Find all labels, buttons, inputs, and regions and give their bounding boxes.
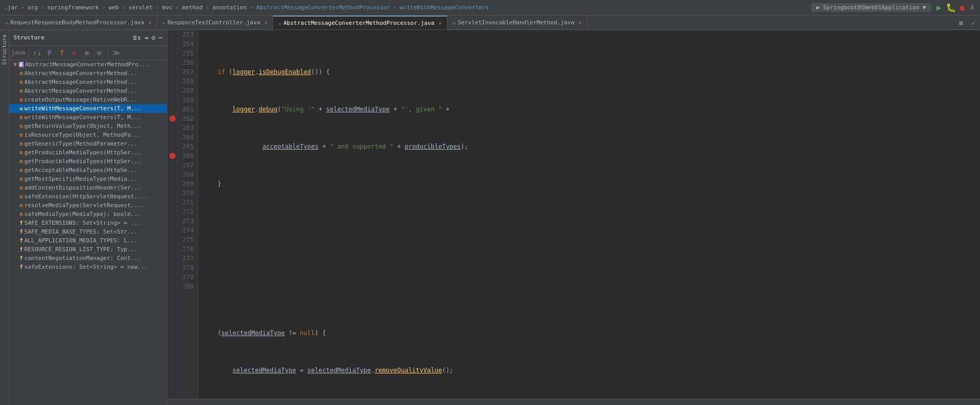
list-item[interactable]: m getProducibleMediaTypes(HttpSer... (9, 148, 167, 157)
tree-item-label: AbstractMessageConverterMethod... (24, 70, 138, 77)
translate-icon[interactable]: Ａ (969, 3, 976, 12)
close-btn[interactable]: ✕ (69, 48, 80, 58)
tab-abstract-message[interactable]: ☕ AbstractMessageConverterMethodProcesso… (273, 16, 447, 30)
selected-badge: w (20, 106, 23, 111)
nav-mvc[interactable]: mvc (162, 4, 172, 11)
list-item[interactable]: m getReturnValueType(Object, Meth... (9, 122, 167, 131)
collapse-btn[interactable]: ⊖ (94, 48, 105, 58)
editor-tabs: ☕ RequestResponseBodyMethodProcessor.jav… (0, 16, 980, 30)
expand-tabs-button[interactable]: ≡ (955, 16, 967, 30)
check-icon: ✓ (968, 16, 980, 30)
sort-icon[interactable]: ≡↕ (133, 34, 141, 41)
tree-root[interactable]: ▼ A AbstractMessageConverterMethodPro... (9, 60, 167, 69)
tree-item-label: safeMediaType(MediaType): boole... (24, 211, 141, 218)
sidebar: Structure ≡↕ ⇥ ⚙ − java ↑↓ P f ✕ ⊕ ⊖ ≫ ▼ (9, 30, 167, 405)
tree-item-label: getAcceptableMediaTypes(HttpSe... (24, 167, 138, 173)
tree-item-label: getProducibleMediaTypes(HttpSer... (24, 158, 141, 165)
tab-close[interactable]: ✕ (439, 20, 442, 26)
sidebar-tree: ▼ A AbstractMessageConverterMethodPro...… (9, 60, 167, 405)
list-item[interactable]: m createOutputMessage(NativeWebR... (9, 95, 167, 104)
list-item[interactable]: m AbstractMessageConverterMethod... (9, 86, 167, 95)
lang-label: java (11, 49, 25, 56)
code-line-255: acceptableTypes + " and supported " + pr… (203, 142, 976, 151)
tab-close[interactable]: ✕ (264, 20, 267, 25)
list-item[interactable]: m writeWithMessageConverters(T, M... (9, 113, 167, 122)
code-line-260: (selectedMediaType != null) { (203, 328, 976, 338)
add-btn[interactable]: ↑↓ (32, 48, 42, 58)
list-item[interactable]: m AbstractMessageConverterMethod... (9, 69, 167, 78)
more-btn[interactable]: ≫ (111, 48, 122, 58)
tree-item-label: createOutputMessage(NativeWebR... (24, 96, 138, 103)
toolbar-separator (28, 49, 29, 57)
list-item[interactable]: m AbstractMessageConverterMethod... (9, 78, 167, 86)
list-item[interactable]: f safeExtensions: Set<String> = new... (9, 263, 167, 271)
breadcrumb-bar: .jar › org › springframework › web › ser… (0, 0, 980, 16)
nav-servlet[interactable]: servlet (128, 4, 152, 11)
list-item[interactable]: m safeMediaType(MediaType): boole... (9, 210, 167, 219)
tree-item-label: safeExtension(HttpServletRequest,... (24, 193, 148, 200)
sidebar-toolbar: java ↑↓ P f ✕ ⊕ ⊖ ≫ (9, 46, 167, 60)
nav-org[interactable]: org (27, 4, 38, 11)
code-line-261: selectedMediaType = selectedMediaType.re… (203, 366, 976, 375)
breakpoint-266[interactable] (169, 153, 176, 159)
collapse-icon[interactable]: ⇥ (145, 34, 149, 41)
class-badge: A (19, 62, 24, 67)
tree-item-label: AbstractMessageConverterMethod... (24, 88, 138, 94)
code-editor: 253 254 255 256 257 258 259 260 261 262 … (167, 30, 980, 405)
tree-item-label: ALL_APPLICATION_MEDIA_TYPES: L... (24, 237, 138, 244)
code-area: 253 254 255 256 257 258 259 260 261 262 … (167, 30, 980, 399)
nav-class[interactable]: AbstractMessageConverterMethodProcessor (256, 4, 390, 11)
java-icon: ☕ (5, 20, 8, 25)
list-item[interactable]: m addContentDispositionHeader(Ser... (9, 183, 167, 192)
tree-item-label: SAFE_EXTENSIONS: Set<String> = ... (24, 220, 141, 226)
list-item[interactable]: f contentNegotiationManager: Cont... (9, 254, 167, 263)
list-item[interactable]: m getProducibleMediaTypes(HttpSer... (9, 157, 167, 166)
nav-method[interactable]: method (182, 4, 203, 11)
java-icon: ☕ (453, 20, 456, 25)
list-item[interactable]: f SAFE_EXTENSIONS: Set<String> = ... (9, 219, 167, 227)
expand-arrow: ▼ (13, 61, 17, 68)
code-line-253: if (logger.isDebugEnabled()) { (203, 67, 976, 77)
list-item[interactable]: m getMostSpecificMediaType(Media... (9, 175, 167, 183)
nav-annotation[interactable]: annotation (212, 4, 247, 11)
tab-servlet-invocable[interactable]: ☕ ServletInvocableHandlerMethod.java ✕ (448, 16, 587, 30)
list-item[interactable]: m resolveMediaType(ServletRequest,... (9, 201, 167, 210)
nav-web[interactable]: web (109, 4, 119, 11)
list-item[interactable]: f ALL_APPLICATION_MEDIA_TYPES: L... (9, 236, 167, 245)
toolbar-separator-2 (108, 49, 108, 57)
info-btn[interactable]: f (57, 48, 67, 58)
breakpoint-262[interactable] (169, 115, 176, 122)
run-config[interactable]: ▶ Springboot05Web01Application ▼ (811, 3, 931, 12)
filter-btn[interactable]: P (45, 48, 55, 58)
tab-close[interactable]: ✕ (148, 20, 151, 25)
list-item[interactable]: m safeExtension(HttpServletRequest,... (9, 192, 167, 201)
stop-button[interactable]: ■ (960, 4, 964, 12)
tree-item-label: RESOURCE_REGION_LIST_TYPE: Typ... (24, 246, 138, 253)
settings-icon[interactable]: ⚙ (151, 34, 155, 41)
list-item[interactable]: m isResourceType(Object, MethodPa... (9, 131, 167, 139)
nav-jar[interactable]: .jar (4, 4, 18, 11)
debug-button[interactable]: 🐛 (946, 3, 956, 12)
list-item[interactable]: f RESOURCE_REGION_LIST_TYPE: Typ... (9, 245, 167, 254)
tab-responce-test[interactable]: ☕ ResponceTestController.java ✕ (157, 16, 273, 30)
expand-btn[interactable]: ⊕ (82, 48, 92, 58)
tree-item-label: isResourceType(Object, MethodPa... (24, 132, 141, 138)
tree-item-selected[interactable]: w writeWithMessageConverters(T, M... (9, 104, 167, 113)
tab-close[interactable]: ✕ (579, 20, 582, 25)
nav-method[interactable]: writeWithMessageConverters (400, 4, 489, 11)
code-lines: if (logger.isDebugEnabled()) { logger.de… (198, 30, 980, 399)
close-sidebar-icon[interactable]: − (158, 34, 163, 41)
code-line-254: logger.debug("Using '" + selectedMediaTy… (203, 105, 976, 114)
structure-tab[interactable]: Structure (0, 30, 9, 405)
run-button[interactable]: ▶ (936, 3, 942, 12)
tree-item-label: contentNegotiationManager: Cont... (24, 255, 141, 262)
list-item[interactable]: m getAcceptableMediaTypes(HttpSe... (9, 166, 167, 175)
list-item[interactable]: f SAFE_MEDIA_BASE_TYPES: Set<Str... (9, 227, 167, 236)
tree-root-label: AbstractMessageConverterMethodPro... (25, 61, 149, 68)
sidebar-title: Structure (13, 34, 45, 41)
horizontal-scrollbar[interactable] (167, 399, 980, 405)
nav-springframework[interactable]: springframework (48, 4, 99, 11)
list-item[interactable]: m getGenericType(MethodParameter... (9, 139, 167, 148)
tree-item-label: getReturnValueType(Object, Meth... (24, 123, 141, 129)
tab-request-response[interactable]: ☕ RequestResponseBodyMethodProcessor.jav… (0, 16, 157, 30)
